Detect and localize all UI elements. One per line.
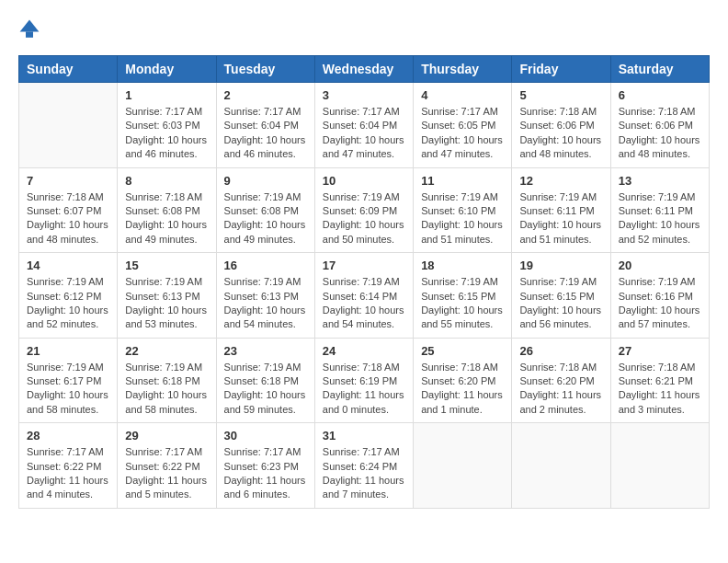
day-number: 28 <box>27 429 109 442</box>
day-info: Sunrise: 7:18 AM Sunset: 6:20 PM Dayligh… <box>421 361 504 418</box>
calendar-cell: 7Sunrise: 7:18 AM Sunset: 6:07 PM Daylig… <box>19 167 118 253</box>
svg-marker-0 <box>20 20 40 32</box>
calendar-cell: 28Sunrise: 7:17 AM Sunset: 6:22 PM Dayli… <box>19 423 118 509</box>
day-number: 13 <box>619 174 701 188</box>
calendar-cell: 27Sunrise: 7:18 AM Sunset: 6:21 PM Dayli… <box>610 338 709 423</box>
calendar-cell: 10Sunrise: 7:19 AM Sunset: 6:09 PM Dayli… <box>314 167 413 253</box>
calendar-cell: 9Sunrise: 7:19 AM Sunset: 6:08 PM Daylig… <box>216 167 314 253</box>
calendar-cell: 15Sunrise: 7:19 AM Sunset: 6:13 PM Dayli… <box>118 253 216 339</box>
day-number: 10 <box>323 174 405 188</box>
calendar-cell: 1Sunrise: 7:17 AM Sunset: 6:03 PM Daylig… <box>118 83 216 168</box>
page-header <box>18 18 710 40</box>
calendar-cell: 3Sunrise: 7:17 AM Sunset: 6:04 PM Daylig… <box>314 83 413 168</box>
calendar-cell <box>512 423 610 509</box>
week-row-3: 14Sunrise: 7:19 AM Sunset: 6:12 PM Dayli… <box>19 253 710 339</box>
day-number: 1 <box>125 88 208 102</box>
calendar-cell: 13Sunrise: 7:19 AM Sunset: 6:11 PM Dayli… <box>610 167 709 253</box>
col-header-friday: Friday <box>512 56 610 83</box>
calendar-cell: 31Sunrise: 7:17 AM Sunset: 6:24 PM Dayli… <box>314 423 413 509</box>
day-number: 31 <box>323 429 405 442</box>
calendar-cell: 24Sunrise: 7:18 AM Sunset: 6:19 PM Dayli… <box>314 338 413 423</box>
day-info: Sunrise: 7:19 AM Sunset: 6:15 PM Dayligh… <box>519 275 602 332</box>
day-number: 11 <box>421 174 504 188</box>
week-row-1: 1Sunrise: 7:17 AM Sunset: 6:03 PM Daylig… <box>19 83 710 168</box>
day-number: 21 <box>27 344 109 358</box>
day-info: Sunrise: 7:19 AM Sunset: 6:17 PM Dayligh… <box>27 361 109 418</box>
calendar-cell: 2Sunrise: 7:17 AM Sunset: 6:04 PM Daylig… <box>216 83 314 168</box>
day-info: Sunrise: 7:18 AM Sunset: 6:19 PM Dayligh… <box>323 361 405 418</box>
day-info: Sunrise: 7:19 AM Sunset: 6:14 PM Dayligh… <box>323 275 405 332</box>
day-info: Sunrise: 7:19 AM Sunset: 6:13 PM Dayligh… <box>224 275 307 332</box>
day-info: Sunrise: 7:18 AM Sunset: 6:06 PM Dayligh… <box>619 105 701 162</box>
day-info: Sunrise: 7:19 AM Sunset: 6:10 PM Dayligh… <box>421 190 504 247</box>
calendar-cell: 16Sunrise: 7:19 AM Sunset: 6:13 PM Dayli… <box>216 253 314 339</box>
calendar-cell: 30Sunrise: 7:17 AM Sunset: 6:23 PM Dayli… <box>216 423 314 509</box>
calendar-cell: 20Sunrise: 7:19 AM Sunset: 6:16 PM Dayli… <box>610 253 709 339</box>
day-info: Sunrise: 7:19 AM Sunset: 6:12 PM Dayligh… <box>27 275 109 332</box>
col-header-tuesday: Tuesday <box>216 56 314 83</box>
day-number: 14 <box>27 259 109 272</box>
calendar-cell: 14Sunrise: 7:19 AM Sunset: 6:12 PM Dayli… <box>19 253 118 339</box>
day-info: Sunrise: 7:19 AM Sunset: 6:09 PM Dayligh… <box>323 190 405 247</box>
calendar-cell: 17Sunrise: 7:19 AM Sunset: 6:14 PM Dayli… <box>314 253 413 339</box>
col-header-monday: Monday <box>118 56 216 83</box>
calendar-table: SundayMondayTuesdayWednesdayThursdayFrid… <box>18 55 710 509</box>
day-number: 4 <box>421 88 504 102</box>
day-number: 24 <box>323 344 405 358</box>
calendar-cell: 18Sunrise: 7:19 AM Sunset: 6:15 PM Dayli… <box>414 253 512 339</box>
day-number: 7 <box>27 174 109 188</box>
day-number: 9 <box>224 174 307 188</box>
week-row-4: 21Sunrise: 7:19 AM Sunset: 6:17 PM Dayli… <box>19 338 710 423</box>
calendar-header-row: SundayMondayTuesdayWednesdayThursdayFrid… <box>19 56 710 83</box>
day-number: 23 <box>224 344 307 358</box>
day-number: 30 <box>224 429 307 442</box>
day-info: Sunrise: 7:19 AM Sunset: 6:13 PM Dayligh… <box>125 275 208 332</box>
col-header-sunday: Sunday <box>19 56 118 83</box>
day-number: 12 <box>519 174 602 188</box>
calendar-cell: 11Sunrise: 7:19 AM Sunset: 6:10 PM Dayli… <box>414 167 512 253</box>
calendar-cell: 6Sunrise: 7:18 AM Sunset: 6:06 PM Daylig… <box>610 83 709 168</box>
day-info: Sunrise: 7:19 AM Sunset: 6:18 PM Dayligh… <box>125 361 208 418</box>
day-number: 19 <box>519 259 602 272</box>
day-number: 16 <box>224 259 307 272</box>
calendar-cell <box>610 423 709 509</box>
day-number: 25 <box>421 344 504 358</box>
calendar-cell: 4Sunrise: 7:17 AM Sunset: 6:05 PM Daylig… <box>414 83 512 168</box>
day-info: Sunrise: 7:17 AM Sunset: 6:03 PM Dayligh… <box>125 105 208 162</box>
day-number: 15 <box>125 259 208 272</box>
col-header-wednesday: Wednesday <box>314 56 413 83</box>
day-info: Sunrise: 7:19 AM Sunset: 6:11 PM Dayligh… <box>619 190 701 247</box>
day-info: Sunrise: 7:18 AM Sunset: 6:20 PM Dayligh… <box>519 361 602 418</box>
day-info: Sunrise: 7:17 AM Sunset: 6:04 PM Dayligh… <box>224 105 307 162</box>
day-info: Sunrise: 7:17 AM Sunset: 6:05 PM Dayligh… <box>421 105 504 162</box>
day-number: 3 <box>323 88 405 102</box>
day-info: Sunrise: 7:17 AM Sunset: 6:23 PM Dayligh… <box>224 445 307 502</box>
calendar-cell <box>19 83 118 168</box>
day-info: Sunrise: 7:19 AM Sunset: 6:15 PM Dayligh… <box>421 275 504 332</box>
day-number: 17 <box>323 259 405 272</box>
calendar-cell: 29Sunrise: 7:17 AM Sunset: 6:22 PM Dayli… <box>118 423 216 509</box>
calendar-cell: 19Sunrise: 7:19 AM Sunset: 6:15 PM Dayli… <box>512 253 610 339</box>
calendar-cell: 26Sunrise: 7:18 AM Sunset: 6:20 PM Dayli… <box>512 338 610 423</box>
day-info: Sunrise: 7:18 AM Sunset: 6:07 PM Dayligh… <box>27 190 109 247</box>
day-info: Sunrise: 7:17 AM Sunset: 6:04 PM Dayligh… <box>323 105 405 162</box>
day-info: Sunrise: 7:19 AM Sunset: 6:08 PM Dayligh… <box>224 190 307 247</box>
calendar-cell: 23Sunrise: 7:19 AM Sunset: 6:18 PM Dayli… <box>216 338 314 423</box>
day-info: Sunrise: 7:18 AM Sunset: 6:21 PM Dayligh… <box>619 361 701 418</box>
day-info: Sunrise: 7:17 AM Sunset: 6:22 PM Dayligh… <box>27 445 109 502</box>
day-number: 18 <box>421 259 504 272</box>
calendar-cell: 25Sunrise: 7:18 AM Sunset: 6:20 PM Dayli… <box>414 338 512 423</box>
day-number: 29 <box>125 429 208 442</box>
calendar-cell: 12Sunrise: 7:19 AM Sunset: 6:11 PM Dayli… <box>512 167 610 253</box>
svg-rect-1 <box>26 31 33 37</box>
calendar-cell: 22Sunrise: 7:19 AM Sunset: 6:18 PM Dayli… <box>118 338 216 423</box>
calendar-cell: 5Sunrise: 7:18 AM Sunset: 6:06 PM Daylig… <box>512 83 610 168</box>
calendar-cell: 8Sunrise: 7:18 AM Sunset: 6:08 PM Daylig… <box>118 167 216 253</box>
day-info: Sunrise: 7:18 AM Sunset: 6:08 PM Dayligh… <box>125 190 208 247</box>
week-row-2: 7Sunrise: 7:18 AM Sunset: 6:07 PM Daylig… <box>19 167 710 253</box>
day-number: 8 <box>125 174 208 188</box>
day-number: 6 <box>619 88 701 102</box>
day-info: Sunrise: 7:17 AM Sunset: 6:24 PM Dayligh… <box>323 445 405 502</box>
logo <box>18 18 44 40</box>
day-number: 20 <box>619 259 701 272</box>
